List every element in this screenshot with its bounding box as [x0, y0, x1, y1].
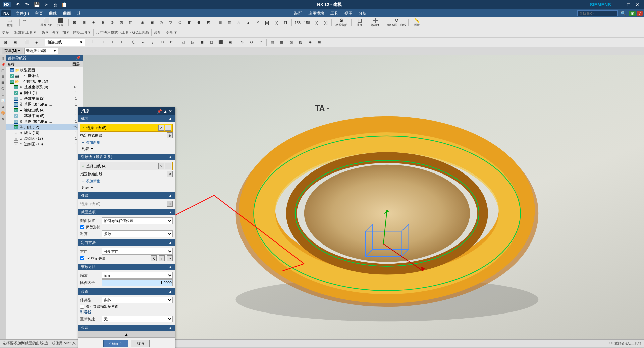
cross-section-remove-btn[interactable]: ✕ — [158, 125, 164, 131]
snap-btn-4[interactable]: ◈ — [32, 38, 41, 46]
nav-item-wind-curve[interactable]: ✓ ■ 缠绕曲线 (4) 1 — [6, 107, 83, 113]
info-left-icon[interactable]: ℹ — [0, 92, 6, 97]
nav-item-model-views[interactable]: + 📁 模型视图 — [6, 67, 83, 73]
direction-select[interactable]: 强制方向 — [102, 248, 173, 255]
snap-btn-3[interactable]: ⬜ — [22, 38, 31, 46]
surface-btn[interactable]: ◱曲面 — [353, 19, 366, 27]
copy-btn[interactable]: ⎘ — [52, 2, 58, 7]
info-btn[interactable]: ? — [637, 11, 643, 16]
nav-item-sketch2[interactable]: ✓ 器 草图 (6) *SKET... 1 — [6, 119, 83, 124]
display-btn-3[interactable]: ▧ — [287, 38, 296, 46]
tb-small-14[interactable]: ⬢ — [195, 19, 203, 27]
cut-btn[interactable]: ✂ — [43, 2, 51, 7]
nav-item-chamfer2[interactable]: ◇ ⊙ 边倒圆 (18) 1 — [6, 141, 83, 147]
menu-assembly[interactable]: 装配 — [291, 10, 305, 17]
section-orientation[interactable]: 定向方法 ▲ — [78, 239, 175, 246]
dialog-scroll-up[interactable]: ▲ — [78, 331, 175, 337]
menu-home[interactable]: 主页 — [32, 10, 46, 17]
menu-file[interactable]: 文件(F) — [13, 10, 32, 17]
spine-icon-btn[interactable]: ⊕ — [167, 201, 173, 207]
maximize-btn[interactable]: □ — [625, 2, 632, 7]
add-new-set-btn[interactable]: + 添加新集 — [80, 139, 173, 146]
view-3d-3[interactable]: ◼ — [198, 38, 206, 46]
tb-mid-4[interactable]: ▲ — [244, 19, 253, 27]
help-btn[interactable]: ▣ — [629, 11, 636, 16]
processing-setup-btn[interactable]: ⚙处理装配 — [333, 19, 350, 27]
tb-small-8[interactable]: ◉ — [138, 19, 147, 27]
snap-btn-2[interactable]: ▣ — [11, 38, 19, 46]
dialog-close-btn[interactable]: ✕ — [169, 109, 172, 114]
menu-tools[interactable]: 工具 — [328, 10, 341, 17]
menu-view[interactable]: 视图 — [342, 10, 355, 17]
rebuild-select[interactable]: 无 — [102, 316, 173, 322]
measure-btn[interactable]: 📏测量 — [410, 19, 423, 27]
pin-icon[interactable]: 📌 — [0, 62, 6, 67]
nav-item-coord[interactable]: ✓ ⊕ 基准坐标系 (0) 61 — [6, 84, 83, 90]
zoom-btn-2[interactable]: ⊖ — [247, 38, 256, 46]
menu-extra[interactable]: 迷 — [74, 10, 84, 17]
color-icon[interactable]: 🎨 — [0, 110, 6, 115]
menu-surface[interactable]: 曲面 — [60, 10, 74, 17]
tb-btn-1[interactable]: ⌒ — [21, 19, 29, 27]
tb-small-1[interactable]: ⊞ — [70, 19, 79, 27]
cross-section-add-icon[interactable]: + — [165, 125, 171, 131]
scale-type-select[interactable]: 值定 — [102, 272, 173, 279]
guide-list-btn[interactable]: 列表 ▼ — [80, 184, 173, 191]
tb-btn-4[interactable]: ⬛拉伸 — [54, 19, 67, 27]
nav-item-camera[interactable]: ✓ 📷 + ✓ 摄像机 — [6, 73, 83, 79]
preserve-shape-checkbox[interactable] — [80, 225, 84, 229]
guide-remove-btn[interactable]: ✕ — [158, 163, 164, 169]
view-3d-2[interactable]: ◲ — [188, 38, 197, 46]
tb-arr-4[interactable]: [x] — [321, 19, 330, 27]
tb-small-15[interactable]: ◩ — [204, 19, 213, 27]
pattern-icon[interactable]: ▦ — [0, 80, 6, 85]
view-btn-1[interactable]: ⬡ — [129, 38, 138, 46]
display-btn-6[interactable]: ⊞ — [315, 38, 324, 46]
guide-specify-btn[interactable]: ⊕ — [167, 171, 173, 177]
spec-vec-z-btn[interactable]: ↗ — [167, 255, 173, 261]
view-3d-4[interactable]: ◻ — [207, 38, 216, 46]
move-icon[interactable]: ✥ — [0, 116, 6, 121]
tb-small-12[interactable]: ⬡ — [176, 19, 184, 27]
paste-btn[interactable]: 📋 — [59, 2, 69, 7]
tb-mid-3[interactable]: △ — [234, 19, 243, 27]
search-icon[interactable]: 🔍 — [618, 11, 628, 16]
tb-mid-5[interactable]: ✕ — [253, 19, 262, 27]
nav-item-sweep[interactable]: ✓ 器 扫掠 (12) 257 — [6, 124, 83, 130]
view-3d-5[interactable]: ⬛ — [216, 38, 225, 46]
minimize-btn[interactable]: — — [615, 2, 624, 7]
tb-small-4[interactable]: ⊕ — [98, 19, 107, 27]
dialog-up-btn[interactable]: ▲ — [163, 109, 167, 114]
section-position-select[interactable]: 沿引导线任何位置 — [102, 217, 173, 224]
display-btn-2[interactable]: ▦ — [277, 38, 286, 46]
tb-mid-1[interactable]: ▤ — [216, 19, 224, 27]
wind-expand-btn[interactable]: ↺缠绕/展开曲线 — [387, 19, 407, 27]
view-btn-2[interactable]: ↔ — [139, 38, 148, 46]
add-btn[interactable]: ➕添加▼ — [367, 19, 384, 27]
redo-btn[interactable]: ↷ — [23, 2, 31, 7]
display-btn-5[interactable]: ◈ — [306, 38, 314, 46]
view-3d-1[interactable]: ◱ — [179, 38, 187, 46]
menu-appmodule[interactable]: 应用模块 — [306, 10, 327, 17]
tb-arr-2[interactable]: 158 — [303, 19, 311, 27]
tb-small-9[interactable]: ▣ — [148, 19, 156, 27]
zoom-btn-3[interactable]: ⊙ — [256, 38, 265, 46]
save-btn[interactable]: 💾 — [32, 2, 42, 7]
nav-item-subtract[interactable]: ◇ ⊖ 减去 (16) 1 — [6, 130, 83, 136]
tb-mid-8[interactable]: ◨ — [281, 19, 290, 27]
section-scale[interactable]: 缩放方法 ▲ — [78, 264, 175, 270]
section-spine[interactable]: 脊线 ▲ — [78, 192, 175, 199]
specify-origin-btn[interactable]: ⊕ — [167, 132, 173, 138]
tb-mid-6[interactable]: [x] — [263, 19, 271, 27]
view-btn-5[interactable]: ⟳ — [167, 38, 176, 46]
body-type-select[interactable]: 实体 — [102, 297, 173, 303]
menu-mode-btn[interactable]: 菜单(M)▼ — [2, 48, 23, 54]
connected-curve-dropdown[interactable]: 相连曲线 ▼ — [45, 39, 85, 46]
guide-add-btn[interactable]: + — [165, 163, 171, 169]
section-settings[interactable]: 设置 ▲ — [78, 288, 175, 295]
display-btn-4[interactable]: ▨ — [296, 38, 305, 46]
nav-item-model-history[interactable]: ✓ 📂 - ✓ 模型历史记录 — [6, 79, 83, 84]
snap-btn-1[interactable]: ⊕ — [1, 38, 10, 46]
view-btn-3[interactable]: ↕ — [148, 38, 157, 46]
spec-vec-y-btn[interactable]: ↑ — [159, 255, 165, 261]
